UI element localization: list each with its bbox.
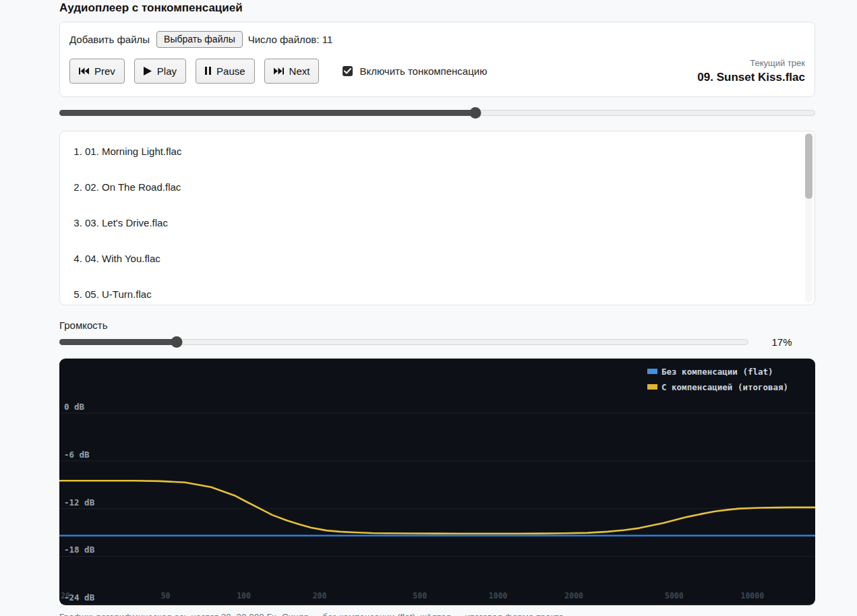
prev-icon bbox=[79, 67, 89, 75]
loudness-checkbox[interactable] bbox=[343, 66, 353, 76]
x-tick-label: 200 bbox=[313, 591, 327, 600]
x-tick-label: 10000 bbox=[741, 591, 765, 600]
x-tick-label: 5000 bbox=[665, 591, 684, 600]
frequency-response-svg: 2050100200500100020005000100000 dB-6 dB-… bbox=[59, 359, 815, 605]
playlist-item[interactable]: 05. U-Turn.flac bbox=[85, 277, 815, 305]
current-track-name: 09. Sunset Kiss.flac bbox=[697, 71, 805, 84]
volume-slider-thumb[interactable] bbox=[171, 336, 182, 348]
x-tick-label: 500 bbox=[413, 591, 427, 600]
volume-slider-fill bbox=[59, 339, 177, 345]
volume-percent-value: 17% bbox=[748, 336, 815, 348]
play-button[interactable]: Play bbox=[134, 59, 186, 84]
y-tick-label: 0 dB bbox=[64, 402, 85, 412]
playlist-scrollbar-thumb[interactable] bbox=[805, 133, 812, 199]
prev-button[interactable]: Prev bbox=[69, 59, 125, 84]
legend-swatch bbox=[647, 369, 657, 374]
progress-slider-fill bbox=[59, 110, 475, 116]
prev-button-label: Prev bbox=[94, 65, 115, 77]
pause-button[interactable]: Pause bbox=[196, 59, 255, 84]
playlist-scrollbar[interactable] bbox=[805, 133, 812, 303]
x-tick-label: 50 bbox=[161, 591, 171, 600]
file-count-value: 11 bbox=[322, 34, 333, 45]
play-icon bbox=[144, 67, 152, 75]
playlist-item[interactable]: 03. Let's Drive.flac bbox=[85, 206, 815, 241]
next-icon bbox=[274, 67, 284, 75]
playlist-panel: 01. Morning Light.flac02. On The Road.fl… bbox=[59, 131, 815, 305]
y-tick-label: -24 dB bbox=[64, 592, 95, 603]
file-count-label: Число файлов: bbox=[248, 34, 320, 45]
legend-swatch bbox=[647, 384, 657, 390]
pause-button-label: Pause bbox=[216, 65, 245, 77]
loudness-checkbox-label: Включить тонкомпенсацию bbox=[359, 65, 487, 77]
next-button-label: Next bbox=[289, 65, 310, 77]
legend-label: Без компенсации (flat) bbox=[661, 367, 773, 377]
current-track-caption: Текущий трек bbox=[697, 58, 805, 68]
current-track-info: Текущий трек 09. Sunset Kiss.flac bbox=[697, 58, 805, 84]
file-controls-row: Добавить файлы Выбрать файлы Число файло… bbox=[69, 31, 805, 48]
x-tick-label: 2000 bbox=[564, 591, 583, 600]
checkmark-icon bbox=[344, 68, 351, 74]
volume-slider[interactable] bbox=[59, 336, 748, 348]
play-button-label: Play bbox=[157, 65, 177, 77]
choose-files-button[interactable]: Выбрать файлы bbox=[156, 31, 243, 48]
loudness-toggle-group: Включить тонкомпенсацию bbox=[343, 65, 487, 77]
y-tick-label: -12 dB bbox=[64, 497, 95, 507]
transport-controls-row: Prev Play Pause Next Включить тонкомпенс… bbox=[69, 58, 805, 84]
progress-slider[interactable] bbox=[59, 107, 815, 119]
volume-row: 17% bbox=[59, 336, 815, 348]
volume-label: Громкость bbox=[59, 319, 815, 331]
playlist-list: 01. Morning Light.flac02. On The Road.fl… bbox=[60, 131, 815, 305]
legend-label: С компенсацией (итоговая) bbox=[661, 382, 788, 392]
y-tick-label: -18 dB bbox=[64, 545, 95, 555]
playlist-item[interactable]: 04. With You.flac bbox=[85, 241, 815, 277]
next-button[interactable]: Next bbox=[264, 59, 320, 84]
chart-caption: График: логарифмическая ось частот 20–20… bbox=[59, 612, 815, 616]
player-card: Добавить файлы Выбрать файлы Число файло… bbox=[59, 22, 815, 97]
x-tick-label: 1000 bbox=[489, 591, 508, 600]
page-title: Аудиоплеер с тонкомпенсацией bbox=[59, 1, 815, 15]
volume-section: Громкость 17% bbox=[59, 319, 815, 348]
playlist-item[interactable]: 02. On The Road.flac bbox=[85, 170, 815, 206]
progress-slider-thumb[interactable] bbox=[469, 107, 481, 119]
x-tick-label: 100 bbox=[237, 591, 251, 600]
pause-icon bbox=[205, 67, 211, 75]
series-compensated bbox=[59, 481, 815, 534]
frequency-response-chart: 2050100200500100020005000100000 dB-6 dB-… bbox=[59, 359, 815, 605]
app-container: Аудиоплеер с тонкомпенсацией Добавить фа… bbox=[59, 1, 815, 616]
add-files-label: Добавить файлы bbox=[69, 34, 150, 45]
playlist-item[interactable]: 01. Morning Light.flac bbox=[85, 134, 815, 170]
y-tick-label: -6 dB bbox=[64, 450, 90, 460]
